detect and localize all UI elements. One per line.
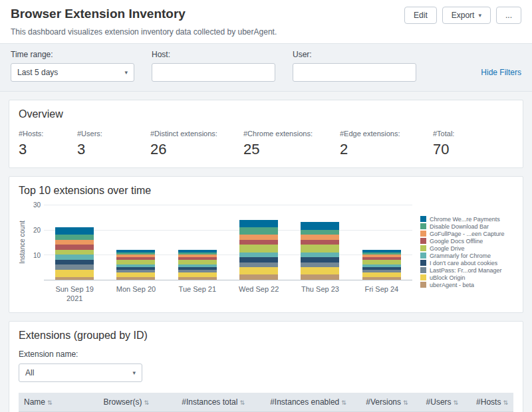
bar-segment[interactable]	[239, 220, 278, 227]
column-header-label: #Instances total	[182, 397, 237, 407]
x-tick-label: Thu Sep 23	[289, 284, 350, 303]
stat-label: #Distinct extensions:	[150, 130, 243, 138]
bar-segment[interactable]	[239, 253, 278, 258]
legend-item[interactable]: Disable Download Bar	[420, 223, 513, 230]
column-header[interactable]: #Versions⇅	[352, 393, 414, 412]
sort-icon: ⇅	[454, 399, 459, 406]
edit-button[interactable]: Edit	[404, 7, 437, 24]
bar-segment[interactable]	[55, 260, 94, 265]
bar-segment[interactable]	[239, 227, 278, 235]
column-header[interactable]: Name⇅	[19, 393, 98, 412]
bar-segment[interactable]	[55, 235, 94, 240]
chart-legend: Chrome We...re PaymentsDisable Download …	[412, 214, 513, 290]
bar-segment[interactable]	[301, 267, 339, 274]
time-range-filter: Time range: Last 5 days ▾	[11, 50, 134, 82]
bar-segment[interactable]	[239, 267, 278, 274]
bar-segment[interactable]	[239, 257, 278, 262]
bar-segment[interactable]	[55, 270, 94, 277]
sort-icon: ⇅	[341, 399, 346, 406]
bar-segment[interactable]	[301, 245, 339, 252]
bar-segment[interactable]	[301, 235, 339, 240]
plot-area	[44, 205, 412, 280]
bar-segment[interactable]	[178, 277, 217, 280]
bar-segment[interactable]	[55, 240, 94, 245]
user-label: User:	[293, 50, 416, 59]
legend-item[interactable]: Grammarly for Chrome	[420, 253, 513, 259]
legend-swatch-icon	[420, 223, 426, 229]
bar-segment[interactable]	[239, 274, 278, 280]
top10-chart: Instance count 302010 Sun Sep 192021Mon …	[19, 205, 513, 303]
bar-segment[interactable]	[301, 230, 339, 235]
extension-name-select[interactable]: All ▾	[19, 363, 142, 382]
host-input[interactable]	[152, 63, 275, 82]
stacked-bar	[116, 205, 155, 280]
stat-label: #Hosts:	[19, 130, 77, 138]
bar-segment[interactable]	[55, 264, 94, 270]
stat-label: #Total:	[433, 130, 513, 138]
stat-value: 70	[433, 141, 513, 158]
legend-item[interactable]: Google Drive	[420, 245, 513, 252]
stacked-bar	[362, 205, 401, 280]
sort-icon: ⇅	[47, 399, 53, 406]
export-button[interactable]: Export ▾	[442, 7, 491, 24]
column-header[interactable]: #Hosts⇅	[464, 393, 513, 412]
column-header[interactable]: #Instances total⇅	[164, 393, 249, 412]
bar-segment[interactable]	[239, 240, 278, 245]
bar-segment[interactable]	[239, 235, 278, 240]
bar-segment[interactable]	[301, 222, 339, 229]
bar-segment[interactable]	[116, 272, 155, 278]
legend-item[interactable]: Google Docs Offline	[420, 238, 513, 245]
time-range-select[interactable]: Last 5 days ▾	[11, 63, 134, 82]
bar-segment[interactable]	[239, 245, 278, 252]
extensions-title: Extensions (grouped by ID)	[19, 330, 513, 342]
stacked-bar	[55, 205, 94, 280]
legend-item[interactable]: I don't care about cookies	[420, 260, 513, 266]
y-tick-label: 10	[33, 251, 41, 258]
bar-segment[interactable]	[116, 260, 155, 265]
bar-segment[interactable]	[55, 227, 94, 235]
user-input[interactable]	[293, 63, 416, 82]
column-header[interactable]: #Users⇅	[414, 393, 464, 412]
bar-segment[interactable]	[55, 255, 94, 260]
bar-segment[interactable]	[55, 277, 94, 280]
bar-segment[interactable]	[362, 260, 401, 265]
bar-segment[interactable]	[301, 253, 339, 258]
hide-filters-link[interactable]: Hide Filters	[481, 68, 521, 77]
overview-stat: #Chrome extensions:25	[243, 130, 340, 158]
stat-label: #Edge extensions:	[340, 130, 433, 138]
legend-label: LastPass: Fr...ord Manager	[430, 267, 502, 274]
more-button[interactable]: ...	[496, 7, 521, 24]
bar-segment[interactable]	[301, 262, 339, 268]
column-header[interactable]: Browser(s)⇅	[98, 393, 164, 412]
bar-segment[interactable]	[239, 262, 278, 268]
legend-item[interactable]: LastPass: Fr...ord Manager	[420, 267, 513, 274]
bar-segment[interactable]	[178, 272, 217, 278]
legend-swatch-icon	[420, 260, 426, 266]
legend-label: uBlock Origin	[430, 274, 466, 281]
bar-segment[interactable]	[301, 240, 339, 245]
legend-item[interactable]: uBlock Origin	[420, 274, 513, 281]
bar-segment[interactable]	[116, 277, 155, 280]
legend-swatch-icon	[420, 274, 426, 280]
legend-item[interactable]: uberAgent - beta	[420, 282, 513, 288]
legend-item[interactable]: Chrome We...re Payments	[420, 216, 513, 223]
bar-segment[interactable]	[362, 277, 401, 280]
extension-name-value: All	[25, 368, 34, 377]
overview-title: Overview	[19, 108, 513, 120]
chevron-down-icon: ▾	[132, 369, 136, 376]
bar-segment[interactable]	[362, 272, 401, 278]
bar-segment[interactable]	[55, 250, 94, 255]
overview-stat: #Edge extensions:2	[340, 130, 433, 158]
page-subtitle: This dashboard visualizes extension inve…	[0, 24, 532, 43]
stat-label: #Chrome extensions:	[243, 130, 340, 138]
legend-label: Grammarly for Chrome	[430, 253, 491, 259]
bar-segment[interactable]	[178, 260, 217, 265]
bar-segment[interactable]	[55, 245, 94, 250]
extension-name-label: Extension name:	[19, 350, 513, 359]
stat-value: 26	[150, 141, 243, 158]
overview-stats: #Hosts:3#Users:3#Distinct extensions:26#…	[19, 130, 513, 158]
legend-item[interactable]: GoFullPage - ...een Capture	[420, 231, 513, 237]
column-header[interactable]: #Instances enabled⇅	[250, 393, 352, 412]
bar-segment[interactable]	[301, 257, 339, 262]
bar-segment[interactable]	[301, 274, 339, 280]
